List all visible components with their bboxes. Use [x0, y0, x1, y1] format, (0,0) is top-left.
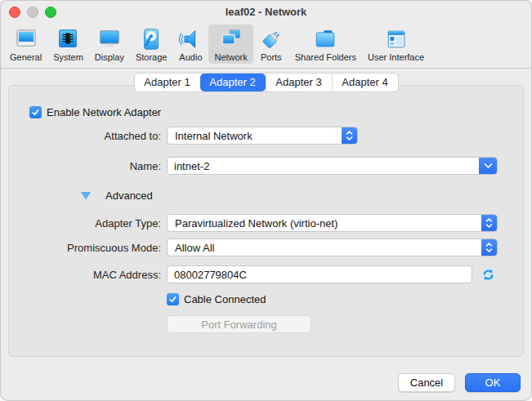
adapter-type-row: Adapter Type: Paravirtualized Network (v… — [9, 214, 523, 232]
adapter-type-label: Adapter Type: — [9, 217, 161, 229]
mac-address-row: MAC Address: — [9, 265, 523, 283]
audio-speaker-icon — [178, 27, 203, 51]
enable-network-adapter-label: Enable Network Adapter — [47, 106, 161, 118]
settings-toolbar: General System Display Storage Audio Net… — [0, 23, 532, 69]
cable-connected-label: Cable Connected — [184, 293, 266, 305]
toolbar-label: General — [10, 52, 42, 62]
toolbar-label: Storage — [136, 52, 168, 62]
toolbar-item-general[interactable]: General — [4, 25, 47, 64]
name-combobox — [167, 157, 498, 175]
attached-to-select[interactable]: Internal Network — [167, 127, 358, 145]
window-title: leaf02 - Network — [226, 6, 307, 18]
mac-address-label: MAC Address: — [9, 269, 161, 281]
toolbar-item-network[interactable]: Network — [208, 25, 253, 64]
toolbar-item-user-interface[interactable]: User Interface — [362, 25, 430, 64]
toolbar-label: Display — [95, 52, 124, 62]
toolbar-label: Audio — [179, 52, 202, 62]
name-row: Name: — [9, 157, 523, 175]
advanced-label: Advanced — [105, 189, 153, 202]
name-label: Name: — [9, 160, 161, 172]
tab-adapter-3[interactable]: Adapter 3 — [266, 74, 332, 91]
toolbar-label: Network — [214, 52, 247, 62]
tab-adapter-1[interactable]: Adapter 1 — [135, 74, 200, 91]
titlebar: leaf02 - Network — [0, 0, 532, 23]
cable-connected-checkbox[interactable] — [167, 293, 179, 305]
toolbar-item-storage[interactable]: Storage — [130, 25, 173, 64]
promiscuous-mode-select[interactable]: Allow All — [167, 238, 498, 256]
toolbar-item-display[interactable]: Display — [89, 25, 130, 64]
toolbar-item-shared-folders[interactable]: Shared Folders — [289, 25, 362, 64]
enable-network-adapter-row: Enable Network Adapter — [29, 106, 161, 118]
zoom-icon[interactable] — [45, 7, 56, 18]
chevron-up-down-icon — [481, 239, 497, 256]
tab-adapter-2[interactable]: Adapter 2 — [200, 74, 266, 91]
settings-window: leaf02 - Network General System Display … — [0, 0, 532, 401]
tab-adapter-4[interactable]: Adapter 4 — [332, 74, 398, 91]
toolbar-item-system[interactable]: System — [47, 25, 89, 64]
toolbar-item-audio[interactable]: Audio — [172, 25, 208, 64]
display-monitor-icon — [97, 27, 122, 51]
advanced-disclosure[interactable]: Advanced — [81, 189, 153, 202]
port-forwarding-button: Port Forwarding — [167, 315, 311, 333]
enable-network-adapter-checkbox[interactable] — [29, 106, 42, 118]
chevron-up-down-icon — [481, 215, 497, 231]
toolbar-item-ports[interactable]: Ports — [253, 25, 289, 64]
adapter-type-value: Paravirtualized Network (virtio-net) — [168, 217, 338, 229]
mac-address-field — [167, 265, 472, 283]
chevron-up-down-icon — [342, 127, 357, 144]
storage-disk-icon — [139, 27, 163, 51]
general-monitor-icon — [14, 27, 38, 51]
promiscuous-mode-row: Promiscuous Mode: Allow All — [9, 238, 523, 256]
toolbar-label: User Interface — [368, 52, 424, 62]
attached-to-value: Internal Network — [168, 130, 253, 142]
toolbar-label: Ports — [261, 52, 282, 62]
toolbar-label: Shared Folders — [295, 52, 356, 62]
promiscuous-mode-value: Allow All — [168, 242, 214, 254]
name-input[interactable] — [168, 160, 497, 172]
adapter-tabs: Adapter 1 Adapter 2 Adapter 3 Adapter 4 — [134, 73, 399, 92]
minimize-icon — [27, 7, 38, 18]
ok-button[interactable]: OK — [465, 373, 521, 392]
cable-connected-row: Cable Connected — [167, 293, 266, 305]
attached-to-row: Attached to: Internal Network — [9, 127, 523, 145]
user-interface-window-icon — [384, 27, 409, 51]
system-chip-icon — [56, 27, 80, 51]
cancel-button[interactable]: Cancel — [398, 373, 455, 392]
mac-address-input[interactable] — [168, 269, 472, 281]
shared-folder-icon — [313, 27, 338, 51]
adapter-type-select[interactable]: Paravirtualized Network (virtio-net) — [167, 214, 498, 232]
traffic-lights — [9, 7, 56, 18]
disclosure-triangle-icon — [81, 192, 91, 199]
promiscuous-mode-label: Promiscuous Mode: — [9, 242, 161, 254]
close-icon[interactable] — [9, 7, 20, 18]
adapter-settings-panel: Enable Network Adapter Attached to: Inte… — [8, 85, 524, 357]
chevron-down-icon[interactable] — [479, 158, 497, 174]
attached-to-label: Attached to: — [9, 130, 161, 142]
ports-plug-icon — [259, 27, 284, 51]
network-screens-icon — [219, 27, 244, 51]
toolbar-label: System — [53, 52, 83, 62]
refresh-mac-icon[interactable] — [481, 268, 495, 282]
